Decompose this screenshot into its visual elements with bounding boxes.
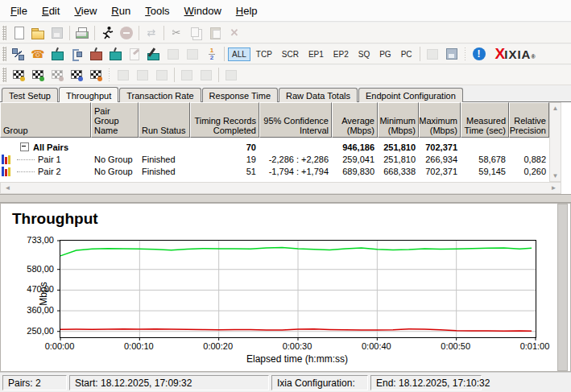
toolbar-separator	[94, 26, 95, 40]
col-header-timing-records[interactable]: Timing Records Completed	[190, 102, 259, 138]
col-header-measured-time[interactable]: Measured Time (sec)	[461, 102, 509, 138]
toolbar-separator	[139, 26, 139, 40]
new-test-window-icon[interactable]	[10, 67, 27, 83]
import-config-icon[interactable]	[444, 46, 460, 62]
set-priority-icon[interactable]: 1 2	[204, 46, 220, 62]
replicate-pair-icon	[165, 46, 181, 62]
export-icon	[424, 46, 441, 62]
scroll-left-icon[interactable]: ◄	[2, 183, 13, 193]
col-header-average[interactable]: Average (Mbps)	[332, 102, 378, 138]
col-header-group[interactable]: Group	[0, 102, 91, 138]
col-header-maximum[interactable]: Maximum (Mbps)	[419, 102, 461, 138]
col-header-relative-precision[interactable]: Relative Precision	[509, 102, 549, 138]
table-row-pair-2[interactable]: Pair 2 No Group Finished 51 -1,794 : +1,…	[0, 165, 549, 177]
x-axis-label: Elapsed time (h:mm:ss)	[60, 353, 535, 365]
group-pairs-icon	[223, 67, 239, 83]
verify-pair-icon	[115, 67, 131, 83]
cell-minimum: 251,810	[378, 155, 419, 164]
menu-tools[interactable]: Tools	[138, 2, 176, 20]
table-row-pair-1[interactable]: Pair 1 No Group Finished 19 -2,286 : +2,…	[0, 153, 549, 165]
menu-file[interactable]: File	[3, 2, 35, 20]
x-tick-label: 0:00:00	[45, 341, 75, 351]
tab-test-setup[interactable]: Test Setup	[2, 88, 58, 102]
tab-raw-data-totals[interactable]: Raw Data Totals	[279, 88, 358, 102]
proto-filter-tcp[interactable]: TCP	[252, 47, 276, 61]
menu-help[interactable]: Help	[229, 2, 265, 20]
standard-toolbar: ⇄ ✂ ✕	[0, 23, 571, 43]
menu-run[interactable]: Run	[104, 2, 138, 20]
menu-edit[interactable]: Edit	[35, 2, 67, 20]
toolbar-grip[interactable]	[2, 26, 6, 40]
proto-filter-ep2[interactable]: EP2	[329, 47, 353, 61]
toolbar-separator	[420, 47, 420, 61]
pane-splitter[interactable]	[0, 194, 571, 203]
proto-filter-pg[interactable]: PG	[375, 47, 395, 61]
dialup-pair-icon[interactable]: ☎	[30, 46, 46, 62]
pair-label: Pair 2	[38, 167, 61, 176]
find-pair-icon	[134, 67, 151, 83]
pair-chart-icon	[2, 155, 12, 164]
results-table-pane: Group Pair Group Name Run Status Timing …	[0, 102, 571, 194]
tab-endpoint-configuration[interactable]: Endpoint Configuration	[358, 88, 463, 102]
col-header-pair-group-name[interactable]: Pair Group Name	[91, 102, 139, 138]
scroll-right-icon[interactable]: ►	[548, 183, 559, 193]
scroll-up-icon[interactable]: ▲	[550, 103, 561, 113]
cell-confidence: -1,794 : +1,794	[259, 167, 332, 176]
add-test-icon[interactable]	[30, 67, 46, 83]
multicast-group-icon[interactable]	[68, 46, 85, 62]
collapse-expander-icon[interactable]	[20, 142, 29, 151]
throughput-line-chart	[60, 241, 536, 337]
col-header-run-status[interactable]: Run Status	[139, 102, 190, 138]
table-vertical-scrollbar[interactable]: ▲ ▼	[549, 102, 561, 182]
chart-scrollbar-track[interactable]	[557, 204, 568, 371]
toolbar-separator	[224, 47, 225, 61]
tab-throughput[interactable]: Throughput	[59, 87, 118, 102]
status-ixia-configuration: Ixia Configuration:	[271, 375, 368, 390]
endpoint-icon[interactable]	[49, 46, 65, 62]
proto-filter-pc[interactable]: PC	[397, 47, 416, 61]
table-horizontal-scrollbar[interactable]: ◄ ►	[0, 182, 561, 194]
toolbar-grip[interactable]	[2, 47, 6, 61]
y-tick-label: 250,00	[27, 326, 54, 336]
menu-window[interactable]: Window	[177, 2, 229, 20]
info-icon[interactable]: !	[473, 47, 486, 60]
col-header-confidence-interval[interactable]: 95% Confidence Interval	[259, 102, 332, 138]
menu-view[interactable]: View	[67, 2, 104, 20]
tab-transaction-rate[interactable]: Transaction Rate	[119, 88, 201, 102]
x-tick-label: 0:00:30	[283, 341, 312, 351]
plot-area	[60, 240, 536, 338]
delete-icon: ✕	[226, 25, 242, 41]
validate-icon	[154, 67, 170, 83]
proto-filter-scr[interactable]: SCR	[278, 47, 303, 61]
table-header-row: Group Pair Group Name Run Status Timing …	[0, 102, 549, 138]
chart-title: Throughput	[12, 210, 98, 228]
cell-measured-time: 58,678	[461, 155, 509, 164]
tree-connector	[17, 159, 35, 160]
proto-filter-all[interactable]: ALL	[228, 47, 250, 61]
toolbar-grip[interactable]	[2, 68, 6, 82]
new-test-icon[interactable]	[10, 25, 27, 41]
edit-endpoint-icon[interactable]	[146, 46, 162, 62]
scroll-down-icon[interactable]: ▼	[550, 171, 561, 181]
toolbar-separator	[174, 68, 175, 82]
cell-run-status: Finished	[139, 167, 190, 176]
cell-precision: 0,882	[509, 155, 549, 164]
tab-response-time[interactable]: Response Time	[202, 88, 278, 102]
print-icon[interactable]	[74, 25, 90, 41]
series-pair-1	[60, 329, 532, 332]
table-row-all-pairs[interactable]: All Pairs 70 946,186 251,810 702,371	[0, 141, 549, 153]
cell-minimum: 668,338	[378, 167, 419, 176]
run-test-icon[interactable]	[99, 25, 115, 41]
proto-filter-ep1[interactable]: EP1	[304, 47, 328, 61]
add-pair-icon[interactable]	[10, 46, 27, 62]
proto-filter-sq[interactable]: SQ	[354, 47, 374, 61]
vod-pair-icon[interactable]	[107, 46, 123, 62]
open-test-icon[interactable]	[30, 25, 46, 41]
compare-tests-icon[interactable]	[68, 67, 85, 83]
merge-tests-icon[interactable]	[88, 67, 104, 83]
stop-test-icon	[118, 25, 134, 41]
video-pair-icon[interactable]	[88, 46, 104, 62]
col-header-minimum[interactable]: Minimum (Mbps)	[378, 102, 419, 138]
status-end-time: End: 18.12.2025, 17:10:32	[370, 375, 482, 390]
x-tick-label: 0:00:50	[441, 341, 470, 351]
